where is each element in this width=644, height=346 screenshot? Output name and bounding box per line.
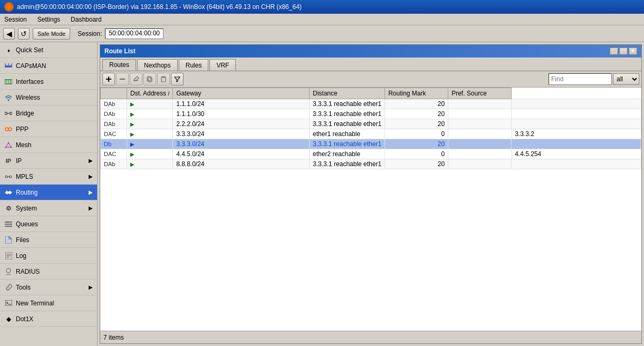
sidebar-label-files: Files bbox=[16, 236, 29, 244]
sidebar-label-system: System bbox=[16, 205, 37, 212]
cell-pref-source bbox=[512, 109, 641, 119]
svg-rect-41 bbox=[162, 76, 165, 78]
table-row[interactable]: Db▶3.3.3.0/243.3.3.1 reachable ether120 bbox=[101, 139, 641, 149]
sidebar-item-queues[interactable]: Queues bbox=[0, 216, 97, 232]
cell-arrow: ▶ bbox=[127, 119, 173, 129]
sidebar-item-radius[interactable]: RADIUS bbox=[0, 264, 97, 280]
svg-line-18 bbox=[8, 143, 11, 147]
svg-line-3 bbox=[11, 63, 12, 65]
mesh-icon bbox=[4, 141, 13, 149]
cell-pref-source bbox=[512, 139, 641, 149]
sidebar-item-ip[interactable]: IP IP ▶ bbox=[0, 153, 97, 169]
paste-button[interactable] bbox=[157, 73, 170, 85]
sidebar-item-system[interactable]: ⚙ System ▶ bbox=[0, 200, 97, 216]
cell-pref-source bbox=[512, 99, 641, 109]
ip-arrow: ▶ bbox=[89, 158, 93, 164]
back-button[interactable]: ◀ bbox=[3, 28, 15, 40]
files-icon bbox=[4, 236, 13, 244]
svg-rect-38 bbox=[148, 78, 152, 82]
cell-gateway: 3.3.3.1 reachable ether1 bbox=[310, 159, 385, 169]
cell-pref-source bbox=[512, 159, 641, 169]
menu-session[interactable]: Session bbox=[2, 15, 29, 24]
capsman-icon bbox=[4, 62, 13, 70]
mpls-arrow: ▶ bbox=[89, 174, 93, 179]
cell-flags: DAb bbox=[101, 159, 127, 169]
col-header-distance: Distance bbox=[310, 88, 385, 99]
cell-flags: DAC bbox=[101, 149, 127, 159]
menu-bar: Session Settings Dashboard bbox=[0, 14, 644, 25]
svg-rect-0 bbox=[5, 65, 12, 68]
tools-arrow: ▶ bbox=[89, 284, 93, 290]
sidebar-item-mpls[interactable]: MPLS ▶ bbox=[0, 169, 97, 185]
refresh-button[interactable]: ↺ bbox=[18, 28, 30, 40]
dot1x-icon: ◆ bbox=[4, 315, 13, 323]
copy-button[interactable] bbox=[143, 73, 156, 85]
tab-nexthops[interactable]: Nexthops bbox=[137, 59, 178, 71]
col-header-dst-address[interactable]: Dst. Address bbox=[127, 88, 173, 99]
cell-gateway: 3.3.3.1 reachable ether1 bbox=[310, 99, 385, 109]
title-bar: admin@50:00:00:04:00:00 (ISP-Border) via… bbox=[0, 0, 644, 14]
edit-button[interactable] bbox=[130, 73, 142, 85]
cell-arrow: ▶ bbox=[127, 129, 173, 139]
bridge-icon bbox=[4, 109, 13, 118]
col-header-pref-source: Pref. Source bbox=[448, 88, 512, 99]
sidebar-item-quick-set[interactable]: ⬧ Quick Set bbox=[0, 42, 97, 58]
sidebar-item-files[interactable]: Files bbox=[0, 232, 97, 248]
sidebar: ⬧ Quick Set CAPsMAN Interfaces Wireless bbox=[0, 42, 98, 346]
sidebar-item-routing[interactable]: Routing ▶ bbox=[0, 185, 97, 200]
ip-icon: IP bbox=[4, 157, 13, 165]
table-row[interactable]: DAC▶4.4.5.0/24ether2 reachable04.4.5.254 bbox=[101, 149, 641, 159]
find-input[interactable] bbox=[549, 73, 612, 85]
window-minimize-button[interactable]: _ bbox=[610, 47, 618, 55]
sidebar-item-bridge[interactable]: Bridge bbox=[0, 105, 97, 121]
tab-rules[interactable]: Rules bbox=[179, 59, 209, 71]
table-row[interactable]: DAb▶8.8.8.0/243.3.3.1 reachable ether120 bbox=[101, 159, 641, 169]
sidebar-item-ppp[interactable]: PPP bbox=[0, 121, 97, 137]
window-restore-button[interactable]: □ bbox=[619, 47, 628, 55]
cell-distance: 20 bbox=[385, 109, 448, 119]
svg-line-1 bbox=[5, 63, 6, 65]
sidebar-item-dot1x[interactable]: ◆ Dot1X bbox=[0, 311, 97, 327]
tab-vrf[interactable]: VRF bbox=[209, 59, 236, 71]
sidebar-item-new-terminal[interactable]: New Terminal bbox=[0, 295, 97, 311]
window-close-button[interactable]: ✕ bbox=[629, 47, 637, 55]
cell-flags: DAb bbox=[101, 109, 127, 119]
sidebar-label-quick-set: Quick Set bbox=[16, 46, 43, 54]
sidebar-item-capsman[interactable]: CAPsMAN bbox=[0, 58, 97, 74]
sidebar-item-log[interactable]: Log bbox=[0, 248, 97, 264]
menu-dashboard[interactable]: Dashboard bbox=[69, 15, 104, 24]
sidebar-item-tools[interactable]: Tools ▶ bbox=[0, 280, 97, 295]
sidebar-item-interfaces[interactable]: Interfaces bbox=[0, 74, 97, 90]
cell-flags: DAb bbox=[101, 119, 127, 129]
sidebar-item-mesh[interactable]: Mesh bbox=[0, 137, 97, 153]
svg-point-20 bbox=[5, 176, 7, 178]
sidebar-label-mpls: MPLS bbox=[16, 173, 33, 180]
tab-routes[interactable]: Routes bbox=[102, 59, 136, 71]
routing-arrow: ▶ bbox=[89, 189, 93, 195]
main-toolbar: ◀ ↺ Safe Mode Session: 50:00:00:04:00:00 bbox=[0, 25, 644, 42]
radius-icon bbox=[4, 267, 13, 276]
sidebar-label-routing: Routing bbox=[16, 189, 37, 196]
table-row[interactable]: DAC▶3.3.3.0/24ether1 reachable03.3.3.2 bbox=[101, 129, 641, 139]
menu-settings[interactable]: Settings bbox=[35, 15, 62, 24]
safe-mode-button[interactable]: Safe Mode bbox=[33, 28, 70, 40]
system-icon: ⚙ bbox=[4, 204, 13, 213]
table-row[interactable]: DAb▶2.2.2.0/243.3.3.1 reachable ether120 bbox=[101, 119, 641, 129]
sidebar-label-dot1x: Dot1X bbox=[16, 315, 33, 323]
cell-distance: 20 bbox=[385, 159, 448, 169]
sidebar-item-wireless[interactable]: Wireless bbox=[0, 90, 97, 105]
table-row[interactable]: DAb▶1.1.1.0/243.3.3.1 reachable ether120 bbox=[101, 99, 641, 109]
ppp-icon bbox=[4, 125, 13, 133]
routes-table-body: DAb▶1.1.1.0/243.3.3.1 reachable ether120… bbox=[101, 99, 641, 169]
table-row[interactable]: DAb▶1.1.1.0/303.3.3.1 reachable ether120 bbox=[101, 109, 641, 119]
main-layout: ⬧ Quick Set CAPsMAN Interfaces Wireless bbox=[0, 42, 644, 346]
filter-button[interactable] bbox=[171, 73, 184, 85]
queues-icon bbox=[4, 220, 13, 228]
svg-rect-39 bbox=[147, 76, 151, 81]
cell-arrow: ▶ bbox=[127, 109, 173, 119]
sidebar-label-ppp: PPP bbox=[16, 126, 28, 133]
remove-button[interactable] bbox=[116, 73, 129, 85]
find-dropdown[interactable]: all bbox=[613, 73, 639, 85]
sidebar-label-wireless: Wireless bbox=[16, 94, 40, 101]
add-button[interactable] bbox=[102, 73, 115, 85]
